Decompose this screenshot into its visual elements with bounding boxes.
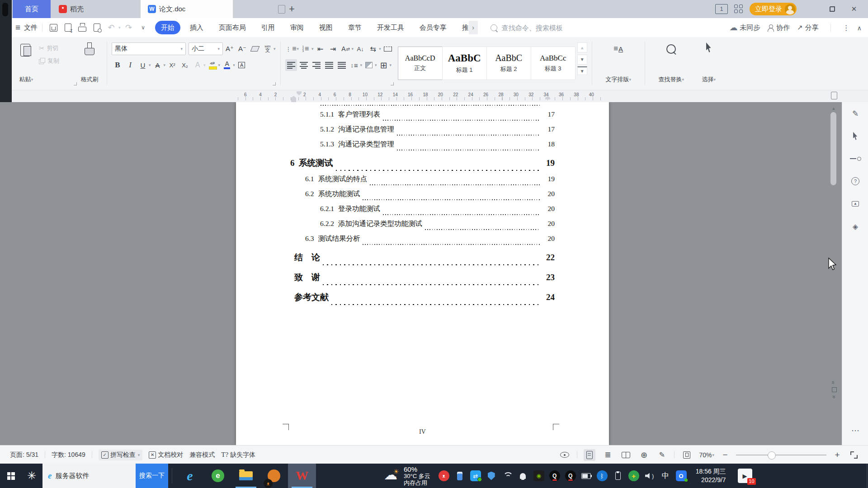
- login-button[interactable]: 立即登录: [750, 3, 797, 15]
- close-button[interactable]: [846, 0, 862, 18]
- text-effect-icon[interactable]: [192, 59, 203, 71]
- undo-caret-icon[interactable]: ▾: [118, 25, 121, 30]
- justify-icon[interactable]: [323, 59, 335, 71]
- ribbon-tab[interactable]: 章节: [342, 21, 368, 34]
- extract-tool-icon[interactable]: [842, 147, 868, 170]
- page-count[interactable]: 页面: 5/31: [10, 451, 38, 459]
- ribbon-tab[interactable]: 视图: [313, 21, 339, 34]
- taskbar-search[interactable]: e 服务器软件 搜索一下: [42, 464, 168, 488]
- read-view-icon[interactable]: [620, 449, 632, 461]
- font-color-icon[interactable]: [221, 59, 233, 71]
- new-tab-button[interactable]: +: [289, 4, 295, 14]
- line-spacing-icon[interactable]: [349, 59, 360, 71]
- red-cat-app-icon[interactable]: [439, 470, 449, 481]
- web-view-icon[interactable]: [638, 449, 650, 461]
- toc-entry[interactable]: 6.3 测试结果分析 20: [305, 234, 555, 249]
- style-cell[interactable]: AaBbC 标题 1: [442, 47, 487, 80]
- undo-icon[interactable]: [105, 21, 118, 34]
- outline-view-icon[interactable]: [602, 449, 613, 461]
- scroll-up-icon[interactable]: ▲: [830, 105, 837, 112]
- numbered-list-icon[interactable]: [300, 43, 311, 55]
- style-scroll-down-icon[interactable]: ▼: [577, 55, 587, 65]
- command-search-input[interactable]: [501, 23, 629, 32]
- toc-entry[interactable]: 6.2.1 登录功能测试 20: [320, 204, 555, 219]
- tabs-overflow-button[interactable]: ›: [469, 21, 478, 34]
- font-name-select[interactable]: 黑体▾: [112, 42, 186, 55]
- tab-home[interactable]: 首页: [13, 0, 51, 18]
- print-icon[interactable]: [76, 21, 89, 34]
- text-layout-button[interactable]: 文字排版▾: [597, 37, 640, 90]
- shading-icon[interactable]: [363, 59, 375, 71]
- select-tool-icon[interactable]: [842, 125, 868, 147]
- vertical-scrollbar-thumb[interactable]: [830, 112, 836, 185]
- battery-icon[interactable]: [581, 470, 592, 481]
- ocr-tool-icon[interactable]: [842, 192, 868, 215]
- strikethrough-icon[interactable]: [152, 59, 164, 71]
- text-direction-icon[interactable]: [367, 43, 379, 55]
- bullet-list-icon[interactable]: [285, 43, 297, 55]
- sort-icon[interactable]: [354, 43, 366, 55]
- wifi-icon[interactable]: [502, 470, 513, 481]
- proofread-button[interactable]: ✕ 文档校对: [149, 451, 183, 459]
- font-size-select[interactable]: 小二▾: [189, 42, 223, 55]
- show-desktop-strip[interactable]: [866, 464, 868, 488]
- notification-bell-icon[interactable]: [518, 470, 528, 481]
- pinyin-guide-icon[interactable]: [262, 43, 274, 55]
- save-icon[interactable]: [47, 21, 60, 34]
- horizontal-ruler[interactable]: 642246810121416182022242628303234363840: [0, 90, 868, 103]
- seal-tool-icon[interactable]: [842, 215, 868, 238]
- help-icon[interactable]: [842, 170, 868, 192]
- toc-entry[interactable]: 6.1 系统测试的特点 19: [305, 174, 555, 189]
- style-more-icon[interactable]: ▼: [577, 66, 587, 75]
- copy-button[interactable]: 复制: [39, 57, 77, 65]
- interface-mode-icon[interactable]: 1: [715, 4, 728, 14]
- ribbon-tab[interactable]: 插入: [184, 21, 209, 34]
- toc-entry[interactable]: 6 系统测试 19: [290, 155, 555, 174]
- toc-entry[interactable]: 5.1.2 沟通记录信息管理 17: [320, 125, 555, 140]
- redo-icon[interactable]: [123, 21, 135, 34]
- tab-docer[interactable]: * 稻壳: [52, 0, 91, 18]
- document-canvas[interactable]: 5.1 5.1.1 客户管理列表 17 5.1.2 沟通记录信息管理 17: [0, 102, 842, 445]
- toc-entry[interactable]: 参考文献 24: [290, 289, 555, 309]
- eye-protection-icon[interactable]: [559, 449, 571, 461]
- bluetooth-icon[interactable]: [597, 470, 608, 481]
- zoom-in-button[interactable]: +: [833, 450, 842, 460]
- sync-status-button[interactable]: 未同步: [729, 23, 760, 33]
- italic-icon[interactable]: [124, 59, 136, 71]
- print-preview-icon[interactable]: [90, 21, 103, 34]
- toc-entry[interactable]: 5.1.1 客户管理列表 17: [320, 110, 555, 125]
- nvidia-icon[interactable]: [533, 470, 544, 481]
- qq-icon-2[interactable]: [565, 470, 576, 481]
- usb-drive-icon[interactable]: [613, 470, 623, 481]
- style-cell[interactable]: AaBbCcD 正文: [398, 47, 443, 80]
- collaborate-button[interactable]: 协作: [767, 23, 790, 32]
- new-from-template-icon[interactable]: [278, 5, 285, 14]
- spell-check-button[interactable]: ✓ 拼写检查 ▾: [99, 450, 143, 460]
- zoom-out-button[interactable]: −: [721, 450, 730, 460]
- toc-entry[interactable]: 致 谢 23: [290, 269, 555, 289]
- format-painter-button[interactable]: 格式刷: [77, 37, 102, 90]
- export-pdf-icon[interactable]: [61, 21, 74, 34]
- underline-icon[interactable]: [137, 59, 149, 71]
- missing-font-button[interactable]: T? 缺失字体: [221, 451, 255, 459]
- borders-icon[interactable]: [378, 59, 390, 71]
- ribbon-tab[interactable]: 开始: [155, 21, 180, 34]
- clear-format-icon[interactable]: [249, 43, 261, 55]
- toc-entry[interactable]: 5.1.3 沟通记录类型管理 18: [320, 140, 555, 155]
- start-button[interactable]: [0, 464, 22, 488]
- zoom-slider[interactable]: [736, 450, 826, 460]
- character-border-icon[interactable]: [236, 59, 248, 71]
- usb-device-icon[interactable]: [454, 470, 465, 481]
- command-search[interactable]: [491, 23, 640, 32]
- volume-icon[interactable]: [644, 470, 655, 481]
- toc-entry[interactable]: 6.2.2 添加沟通记录类型功能测试 20: [320, 219, 555, 234]
- toc-entry[interactable]: 结 论 22: [290, 249, 555, 269]
- cat-app-icon[interactable]: [260, 464, 288, 488]
- superscript-icon[interactable]: [166, 59, 178, 71]
- change-case-icon[interactable]: [340, 43, 352, 55]
- main-menu-icon[interactable]: ≡: [15, 23, 20, 33]
- align-center-icon[interactable]: [298, 59, 310, 71]
- align-left-icon[interactable]: [285, 59, 297, 71]
- ribbon-tab[interactable]: 推: [456, 21, 469, 34]
- page-select-button[interactable]: [832, 387, 837, 392]
